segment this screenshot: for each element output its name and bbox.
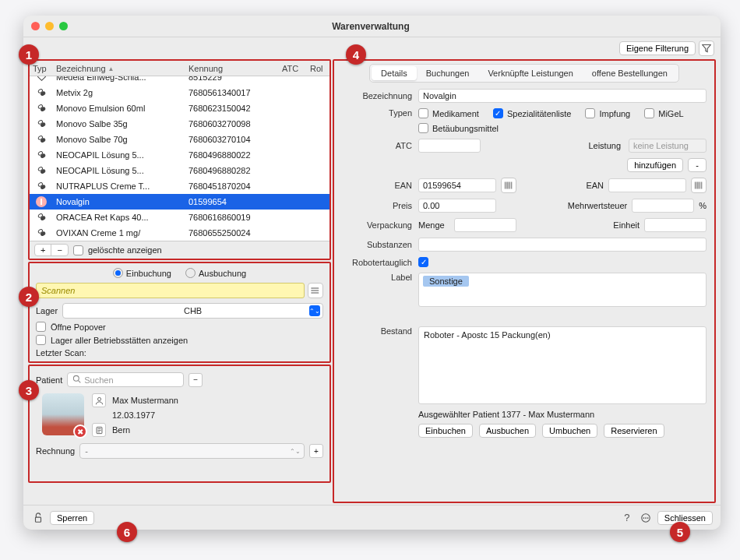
label-box[interactable]: Sonstige	[418, 273, 707, 307]
table-row[interactable]: Medela Einweg-Schla...8515229	[30, 76, 329, 85]
row-bezeichnung: Novalgin	[53, 197, 185, 206]
patient-search-placeholder: Suchen	[84, 375, 113, 385]
show-all-stores-checkbox[interactable]	[36, 335, 46, 345]
label-mwst: Mehrwertsteuer	[568, 201, 627, 210]
drug-icon	[30, 103, 53, 114]
sperren-button[interactable]: Sperren	[50, 511, 94, 525]
svg-point-30	[647, 517, 649, 519]
zoom-window-button[interactable]	[59, 22, 68, 30]
drug-icon	[30, 134, 53, 146]
row-bezeichnung: Monovo Salbe 35g	[53, 119, 185, 129]
tab-offene-bestellungen[interactable]: offene Bestellungen	[583, 66, 677, 80]
lock-icon[interactable]	[31, 511, 45, 525]
input-menge[interactable]	[454, 218, 516, 232]
input-bezeichnung[interactable]: Novalgin	[418, 89, 707, 103]
ean2-scan-icon[interactable]	[691, 178, 707, 193]
ausbuchen-button[interactable]: Ausbuchen	[479, 424, 536, 438]
chk-medikament[interactable]	[418, 108, 428, 118]
umbuchen-button[interactable]: Umbuchen	[542, 424, 597, 438]
table-row[interactable]: OVIXAN Creme 1 mg/7680655250024	[30, 225, 329, 241]
chk-migel[interactable]	[644, 108, 654, 118]
tab-buchungen[interactable]: Buchungen	[417, 66, 479, 80]
patient-city: Bern	[112, 425, 130, 435]
chk-spezialitaet[interactable]: ✓	[493, 108, 503, 118]
table-body[interactable]: Medela Absaugschlau...8619874Medela Einw…	[30, 76, 329, 241]
add-item-button[interactable]: +	[35, 245, 51, 255]
table-footer: + − gelöschte anzeigen	[30, 241, 329, 259]
table-row[interactable]: NEOCAPIL Lösung 5...7680496880022	[30, 147, 329, 163]
chk-betaeub-label: Betäubungsmittel	[432, 124, 499, 133]
chk-roboter[interactable]: ✓	[418, 257, 428, 267]
radio-on-icon	[113, 268, 123, 278]
lager-select[interactable]: CHB ⌃⌄	[62, 303, 323, 319]
row-kennung: 7680561340017	[185, 88, 279, 97]
scan-list-button[interactable]	[308, 283, 323, 298]
open-popover-checkbox[interactable]	[36, 322, 46, 332]
table-row[interactable]: Monovo Salbe 35g7680603270098	[30, 116, 329, 132]
svg-point-13	[40, 168, 45, 173]
input-ean2[interactable]	[608, 178, 686, 192]
svg-point-19	[40, 231, 45, 235]
add-leistung-button[interactable]: hinzufügen	[627, 158, 683, 172]
remove-leistung-button[interactable]: -	[688, 158, 707, 172]
col-header-atc[interactable]: ATC	[279, 64, 307, 73]
radio-ausbuchung-label: Ausbuchung	[199, 269, 246, 278]
ean-scan-icon[interactable]	[501, 178, 516, 193]
own-filtering-button[interactable]: Eigene Filterung	[619, 41, 696, 55]
chk-betaeub[interactable]	[418, 123, 428, 133]
col-header-bezeichnung[interactable]: Bezeichnung ▲	[53, 64, 185, 73]
input-mwst[interactable]	[632, 199, 694, 213]
table-row[interactable]: !Novalgin01599654	[30, 194, 329, 210]
svg-point-15	[40, 184, 45, 188]
radio-einbuchung[interactable]: Einbuchung	[113, 268, 171, 278]
bestand-box[interactable]: Roboter - Apostc 15 Packung(en)	[418, 326, 707, 404]
label-bestand: Bestand	[339, 326, 414, 336]
rechnung-select[interactable]: - ⌃⌄	[79, 443, 305, 459]
window-title: Warenverwaltung	[68, 21, 674, 32]
patient-search-input[interactable]: Suchen	[67, 372, 184, 387]
search-icon	[72, 375, 81, 385]
patient-panel: Patient Suchen − ✖	[28, 365, 331, 483]
table-row[interactable]: NUTRAPLUS Creme T...7680451870204	[30, 178, 329, 194]
callout-2: 2	[19, 287, 39, 307]
input-substanzen[interactable]	[418, 238, 707, 252]
label-atc: ATC	[339, 141, 414, 150]
row-kennung: 7680603270104	[185, 135, 279, 144]
show-deleted-checkbox[interactable]	[73, 245, 83, 255]
remove-item-button[interactable]: −	[51, 245, 67, 255]
table-row[interactable]: ORACEA Ret Kaps 40...7680616860019	[30, 210, 329, 225]
input-atc[interactable]	[418, 139, 481, 153]
input-preis[interactable]: 0.00	[418, 199, 496, 213]
row-kennung: 7680603270098	[185, 119, 279, 129]
table-row[interactable]: NEOCAPIL Lösung 5...7680496880282	[30, 163, 329, 178]
filter-icon[interactable]	[699, 41, 714, 56]
chk-impfung[interactable]	[585, 108, 595, 118]
table-row[interactable]: Monovo Salbe 70g7680603270104	[30, 132, 329, 147]
tab-details[interactable]: Details	[372, 66, 417, 80]
tabs: Details Buchungen Verknüpfte Leistungen …	[369, 64, 679, 83]
col-header-rol[interactable]: Rol	[307, 64, 329, 73]
more-icon[interactable]	[639, 511, 653, 525]
patient-avatar[interactable]: ✖	[42, 393, 84, 435]
scan-input[interactable]: Scannen	[36, 283, 305, 298]
table-row[interactable]: Monovo Emulsion 60ml7680623150042	[30, 100, 329, 116]
patient-profile-icon[interactable]	[92, 393, 106, 407]
col-header-typ[interactable]: Typ	[30, 64, 53, 73]
input-ean[interactable]: 01599654	[418, 178, 496, 192]
row-kennung: 7680623150042	[185, 104, 279, 113]
reservieren-button[interactable]: Reservieren	[604, 424, 664, 438]
patient-remove-button[interactable]: −	[189, 373, 203, 387]
table-row[interactable]: Metvix 2g7680561340017	[30, 85, 329, 100]
close-window-button[interactable]	[31, 22, 40, 30]
svg-point-3	[40, 90, 45, 95]
patient-document-icon[interactable]	[92, 423, 106, 437]
col-header-kennung[interactable]: Kennung	[185, 64, 279, 73]
tab-verknuepfte-leistungen[interactable]: Verknüpfte Leistungen	[478, 66, 582, 80]
label-chip-sonstige[interactable]: Sonstige	[423, 276, 469, 287]
rechnung-add-button[interactable]: +	[309, 444, 323, 458]
einbuchen-button[interactable]: Einbuchen	[418, 424, 473, 438]
help-icon[interactable]: ?	[620, 511, 634, 525]
input-einheit[interactable]	[644, 218, 707, 232]
radio-ausbuchung[interactable]: Ausbuchung	[185, 268, 246, 278]
minimize-window-button[interactable]	[45, 22, 54, 30]
